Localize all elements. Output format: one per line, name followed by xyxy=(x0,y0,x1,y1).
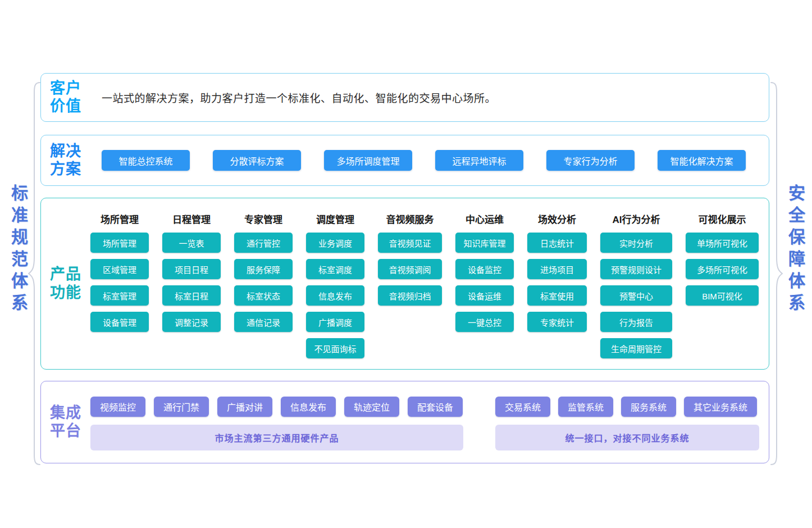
hardware-chip: 通行门禁 xyxy=(154,397,209,417)
product-chip: 设备监控 xyxy=(455,259,514,279)
product-column-analytics: 场效分析 日志统计进场项目标室使用专家统计 xyxy=(527,212,587,332)
product-chip: 标室调度 xyxy=(306,259,364,279)
product-chip: 场所管理 xyxy=(90,233,149,253)
hardware-chip: 轨迹定位 xyxy=(344,397,399,417)
product-chip: 预警中心 xyxy=(600,285,672,306)
product-chip: 广播调度 xyxy=(306,312,364,332)
column-header: AI行为分析 xyxy=(600,212,672,226)
right-brace xyxy=(770,82,783,465)
product-functions-section: 产品功能 场所管理 场所管理区域管理标室管理设备管理 日程管理 一览表项目日程标… xyxy=(40,198,769,370)
product-functions-grid: 场所管理 场所管理区域管理标室管理设备管理 日程管理 一览表项目日程标室日程调整… xyxy=(90,212,759,358)
business-banner: 统一接口，对接不同业务系统 xyxy=(495,425,759,450)
business-chip: 服务系统 xyxy=(621,397,676,417)
product-chip: 知识库管理 xyxy=(455,233,514,253)
integration-platform-section: 集成平台 视频监控通行门禁广播对讲信息发布轨迹定位配套设备 市场主流第三方通用硬… xyxy=(40,381,769,463)
hardware-chip: 视频监控 xyxy=(90,397,145,417)
column-header: 可视化展示 xyxy=(686,212,759,226)
product-chip: 设备管理 xyxy=(90,312,149,332)
solution-chip: 智能总控系统 xyxy=(102,150,190,171)
product-chip: 通信记录 xyxy=(234,312,293,332)
product-chip: 行为报告 xyxy=(600,312,672,332)
column-header: 音视频服务 xyxy=(378,212,442,226)
product-chip: 区域管理 xyxy=(90,259,149,279)
product-chip: 项目日程 xyxy=(162,259,221,279)
solution-section: 解决方案 智能总控系统 分散评标方案 多场所调度管理 远程异地评标 专家行为分析… xyxy=(40,135,769,186)
product-column-schedule: 日程管理 一览表项目日程标室日程调整记录 xyxy=(162,212,221,332)
left-side-label: 标准规范体系 xyxy=(6,184,30,316)
hardware-chip: 配套设备 xyxy=(408,397,463,417)
product-column-ai-behavior: AI行为分析 实时分析预警规则设计预警中心行为报告生命周期管控 xyxy=(600,212,672,358)
product-column-expert: 专家管理 通行管控服务保障标室状态通信记录 xyxy=(234,212,293,332)
product-chip: 标室管理 xyxy=(90,285,149,306)
right-side-label: 安全保障体系 xyxy=(783,184,808,316)
column-header: 中心运维 xyxy=(455,212,514,226)
solution-chip: 分散评标方案 xyxy=(213,150,301,171)
product-column-dispatch: 调度管理 业务调度标室调度信息发布广播调度不见面询标 xyxy=(306,212,364,358)
solution-label: 解决方案 xyxy=(50,142,85,179)
solution-chip-row: 智能总控系统 分散评标方案 多场所调度管理 远程异地评标 专家行为分析 智能化解… xyxy=(102,135,746,185)
customer-value-label: 客户价值 xyxy=(50,79,85,116)
product-column-center-ops: 中心运维 知识库管理设备监控设备运维一键总控 xyxy=(455,212,514,332)
product-chip: 多场所可视化 xyxy=(686,259,759,279)
product-chip: 调整记录 xyxy=(162,312,221,332)
solution-chip: 智能化解决方案 xyxy=(658,150,746,171)
solution-chip: 多场所调度管理 xyxy=(324,150,412,171)
product-column-visualization: 可视化展示 单场所可视化多场所可视化BIM可视化 xyxy=(686,212,759,306)
column-header: 专家管理 xyxy=(234,212,293,226)
product-chip: 不见面询标 xyxy=(306,338,364,358)
business-chip-row: 交易系统监管系统服务系统其它业务系统 xyxy=(495,397,757,417)
hardware-banner: 市场主流第三方通用硬件产品 xyxy=(90,425,463,450)
business-chip: 其它业务系统 xyxy=(684,397,757,417)
product-chip: 标室使用 xyxy=(527,285,587,306)
solution-chip: 专家行为分析 xyxy=(546,150,635,171)
product-column-av-service: 音视频服务 音视频见证音视频调阅音视频归档 xyxy=(378,212,442,306)
product-chip: 生命周期管控 xyxy=(600,338,672,358)
hardware-chip: 信息发布 xyxy=(281,397,336,417)
product-chip: 音视频调阅 xyxy=(378,259,442,279)
product-chip: 日志统计 xyxy=(527,233,587,253)
column-header: 日程管理 xyxy=(162,212,221,226)
hardware-chip-row: 视频监控通行门禁广播对讲信息发布轨迹定位配套设备 xyxy=(90,397,463,417)
product-chip: BIM可视化 xyxy=(686,285,759,306)
column-header: 调度管理 xyxy=(306,212,364,226)
product-column-venue: 场所管理 场所管理区域管理标室管理设备管理 xyxy=(90,212,149,332)
product-chip: 一览表 xyxy=(162,233,221,253)
product-chip: 设备运维 xyxy=(455,285,514,306)
product-chip: 一键总控 xyxy=(455,312,514,332)
product-chip: 标室日程 xyxy=(162,285,221,306)
diagram-canvas: 标准规范体系 安全保障体系 客户价值 一站式的解决方案，助力客户打造一个标准化、… xyxy=(0,0,812,528)
customer-value-section: 客户价值 一站式的解决方案，助力客户打造一个标准化、自动化、智能化的交易中心场所… xyxy=(40,73,769,122)
business-chip: 交易系统 xyxy=(495,397,550,417)
customer-value-description: 一站式的解决方案，助力客户打造一个标准化、自动化、智能化的交易中心场所。 xyxy=(102,74,496,121)
product-chip: 进场项目 xyxy=(527,259,587,279)
product-chip: 专家统计 xyxy=(527,312,587,332)
product-chip: 实时分析 xyxy=(600,233,672,253)
product-chip: 信息发布 xyxy=(306,285,364,306)
business-chip: 监管系统 xyxy=(558,397,613,417)
column-header: 场所管理 xyxy=(90,212,149,226)
left-brace xyxy=(28,82,40,465)
product-chip: 通行管控 xyxy=(234,233,293,253)
product-chip: 音视频见证 xyxy=(378,233,442,253)
product-functions-label: 产品功能 xyxy=(50,265,85,302)
product-chip: 单场所可视化 xyxy=(686,233,759,253)
integration-platform-label: 集成平台 xyxy=(50,404,85,441)
solution-chip: 远程异地评标 xyxy=(435,150,523,171)
product-chip: 业务调度 xyxy=(306,233,364,253)
product-chip: 服务保障 xyxy=(234,259,293,279)
product-chip: 预警规则设计 xyxy=(600,259,672,279)
product-chip: 标室状态 xyxy=(234,285,293,306)
hardware-chip: 广播对讲 xyxy=(217,397,272,417)
product-chip: 音视频归档 xyxy=(378,285,442,306)
column-header: 场效分析 xyxy=(527,212,587,226)
